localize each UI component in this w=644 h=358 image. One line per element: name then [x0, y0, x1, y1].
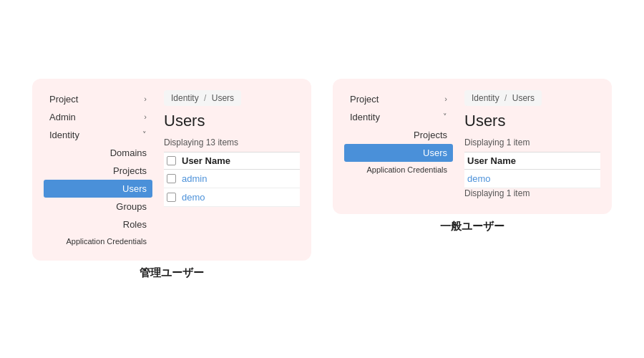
sidebar-item-identity-gen[interactable]: Identity ˅ [344, 108, 453, 126]
general-panel-wrapper: Project › Identity ˅ Projects Users Appl… [333, 79, 612, 233]
user-link-demo-gen[interactable]: demo [467, 173, 491, 184]
identity-arrow-icon: ˅ [142, 130, 147, 140]
general-main: Identity / Users Users Displaying 1 item… [459, 90, 600, 203]
sidebar-sub-projects-gen[interactable]: Projects [344, 126, 453, 144]
displaying-count2-gen: Displaying 1 item [464, 188, 600, 198]
sidebar-item-project-gen[interactable]: Project › [344, 90, 453, 108]
identity-arrow-icon-gen: ˅ [443, 112, 447, 122]
sidebar-sub-roles[interactable]: Roles [44, 216, 152, 233]
sidebar-sub-users-gen[interactable]: Users [344, 144, 453, 162]
displaying-count-gen: Displaying 1 item [464, 137, 600, 147]
sidebar-sub-projects[interactable]: Projects [44, 162, 152, 180]
sidebar-sub-app-cred-gen[interactable]: Application Credentials [344, 162, 453, 178]
breadcrumb-gen: Identity / Users [464, 90, 542, 106]
sidebar-item-project[interactable]: Project › [44, 90, 152, 108]
page-title-gen: Users [464, 112, 600, 130]
table-header-gen: User Name [464, 152, 600, 170]
row-checkbox-admin[interactable] [167, 174, 176, 183]
header-checkbox[interactable] [167, 156, 176, 165]
sidebar-sub-groups[interactable]: Groups [44, 198, 152, 216]
sidebar-sub-app-credentials[interactable]: Application Credentials [44, 233, 152, 249]
project-arrow-icon: › [144, 95, 147, 103]
user-link-demo[interactable]: demo [182, 192, 205, 203]
admin-main: Identity / Users Users Displaying 13 ite… [158, 90, 300, 249]
sidebar-sub-domains[interactable]: Domains [44, 144, 152, 162]
general-sidebar: Project › Identity ˅ Projects Users Appl… [344, 90, 459, 203]
table-row-demo-gen: demo [464, 170, 600, 188]
general-label: 一般ユーザー [440, 220, 504, 233]
admin-arrow-icon: › [144, 112, 147, 121]
displaying-count: Displaying 13 items [164, 137, 300, 147]
sidebar-item-identity[interactable]: Identity ˅ [44, 126, 152, 144]
breadcrumb: Identity / Users [164, 90, 241, 106]
sidebar-item-admin[interactable]: Admin › [44, 108, 152, 126]
panels-row: Project › Admin › Identity ˅ Domains Pro… [32, 79, 612, 280]
table-header: User Name [164, 152, 300, 170]
project-arrow-icon-gen: › [444, 95, 447, 103]
user-link-admin[interactable]: admin [182, 173, 207, 184]
admin-panel: Project › Admin › Identity ˅ Domains Pro… [32, 79, 311, 261]
table-row-admin: admin [164, 170, 300, 188]
sidebar-sub-users[interactable]: Users [44, 180, 152, 198]
table-row-demo: demo [164, 188, 300, 207]
row-checkbox-demo[interactable] [167, 193, 176, 202]
page-title: Users [164, 112, 300, 130]
admin-label: 管理ユーザー [140, 266, 204, 280]
admin-sidebar: Project › Admin › Identity ˅ Domains Pro… [44, 90, 158, 249]
admin-panel-wrapper: Project › Admin › Identity ˅ Domains Pro… [32, 79, 311, 280]
general-panel: Project › Identity ˅ Projects Users Appl… [333, 79, 612, 214]
